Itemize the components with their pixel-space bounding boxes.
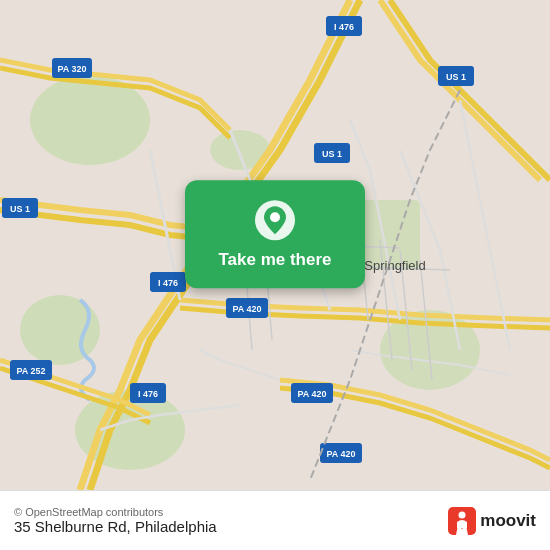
svg-point-33 bbox=[459, 511, 466, 518]
bottom-bar: © OpenStreetMap contributors 35 Shelburn… bbox=[0, 490, 550, 550]
svg-text:PA 420: PA 420 bbox=[297, 389, 326, 399]
svg-point-31 bbox=[270, 212, 280, 222]
location-pin-icon bbox=[253, 198, 297, 242]
svg-text:I 476: I 476 bbox=[158, 278, 178, 288]
svg-text:US 1: US 1 bbox=[322, 149, 342, 159]
moovit-text: moovit bbox=[480, 511, 536, 531]
moovit-icon bbox=[448, 507, 476, 535]
svg-text:PA 420: PA 420 bbox=[326, 449, 355, 459]
svg-text:US 1: US 1 bbox=[10, 204, 30, 214]
svg-text:I 476: I 476 bbox=[334, 22, 354, 32]
map-container: I 476 US 1 PA 320 US 1 I 476 PA 420 US 1… bbox=[0, 0, 550, 490]
svg-text:PA 420: PA 420 bbox=[232, 304, 261, 314]
address-label: 35 Shelburne Rd, Philadelphia bbox=[14, 518, 217, 535]
svg-text:Springfield: Springfield bbox=[364, 258, 425, 273]
take-me-there-label: Take me there bbox=[218, 250, 331, 270]
moovit-logo: moovit bbox=[448, 507, 536, 535]
map-attribution: © OpenStreetMap contributors bbox=[14, 506, 217, 518]
svg-text:US 1: US 1 bbox=[446, 72, 466, 82]
svg-text:I 476: I 476 bbox=[138, 389, 158, 399]
svg-text:PA 252: PA 252 bbox=[16, 366, 45, 376]
take-me-there-button[interactable]: Take me there bbox=[185, 180, 365, 288]
svg-text:PA 320: PA 320 bbox=[57, 64, 86, 74]
